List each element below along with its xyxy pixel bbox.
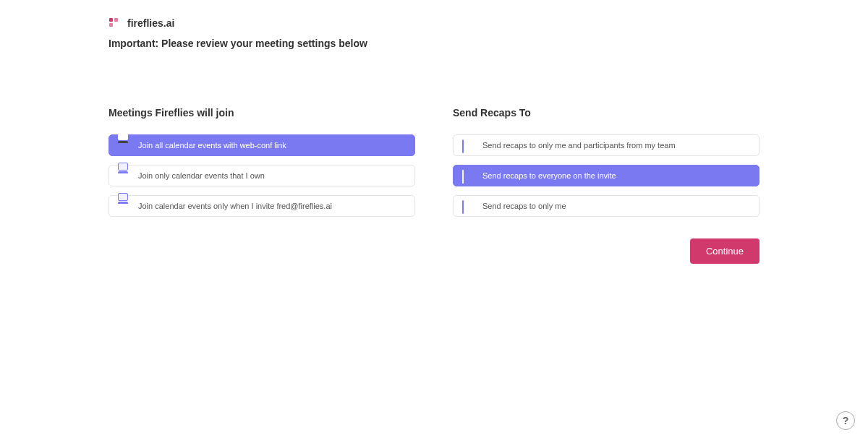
option-label: Join only calendar events that I own (138, 171, 265, 180)
recaps-title: Send Recaps To (453, 107, 760, 119)
svg-rect-2 (109, 23, 113, 27)
meeting-option-invite[interactable]: Join calendar events only when I invite … (109, 195, 415, 217)
svg-rect-0 (109, 18, 113, 22)
meetings-column: Meetings Fireflies will join Join all ca… (109, 107, 415, 264)
document-icon (462, 140, 472, 150)
svg-rect-1 (114, 18, 118, 22)
continue-button[interactable]: Continue (690, 238, 760, 264)
help-button[interactable]: ? (836, 411, 855, 430)
recap-option-everyone[interactable]: Send recaps to everyone on the invite (453, 165, 760, 186)
calendar-icon (118, 171, 128, 181)
option-label: Send recaps to only me (482, 202, 566, 210)
option-label: Send recaps to everyone on the invite (482, 171, 616, 180)
option-label: Join all calendar events with web-conf l… (138, 141, 286, 150)
recap-option-team[interactable]: Send recaps to only me and participants … (453, 134, 760, 156)
brand-name: fireflies.ai (127, 17, 174, 29)
recaps-column: Send Recaps To Send recaps to only me an… (453, 107, 760, 217)
option-label: Send recaps to only me and participants … (482, 141, 676, 150)
fireflies-logo-icon (109, 17, 120, 29)
calendar-icon (118, 201, 128, 211)
help-icon: ? (843, 415, 849, 426)
recap-option-only-me[interactable]: Send recaps to only me (453, 195, 760, 217)
app-header: fireflies.ai (109, 17, 760, 29)
document-icon (462, 201, 472, 211)
option-label: Join calendar events only when I invite … (138, 202, 332, 210)
document-icon (462, 171, 472, 181)
meeting-option-own[interactable]: Join only calendar events that I own (109, 165, 415, 186)
important-message: Important: Please review your meeting se… (109, 38, 760, 49)
meetings-title: Meetings Fireflies will join (109, 107, 415, 119)
meeting-option-join-all[interactable]: Join all calendar events with web-conf l… (109, 134, 415, 156)
calendar-icon (118, 140, 128, 150)
